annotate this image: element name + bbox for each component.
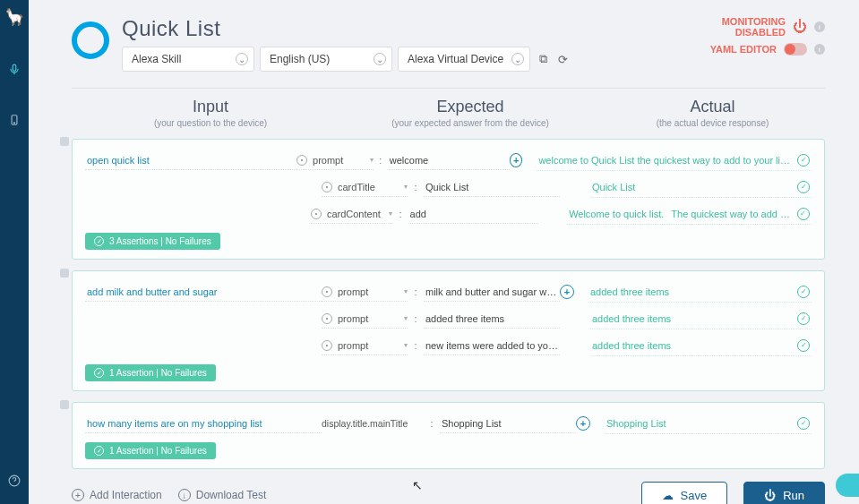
interaction-block: add milk and butter and sugar•prompt▾:mi…	[72, 270, 825, 391]
check-icon: ✓	[797, 312, 810, 325]
check-icon: ✓	[797, 339, 810, 352]
save-button[interactable]: ☁Save	[641, 482, 728, 504]
plus-icon: +	[72, 489, 84, 501]
assertion-row: •cardTitle▾:Quick ListQuick List✓	[85, 174, 812, 201]
col-input-title: Input	[81, 98, 340, 116]
check-icon: ✓	[797, 208, 810, 220]
add-assertion-icon[interactable]: +	[576, 416, 590, 431]
platform-select[interactable]: Alexa Skill⌄	[122, 47, 254, 72]
radio-icon: •	[322, 182, 332, 192]
power-icon[interactable]: ⏻	[793, 19, 807, 35]
expected-cell[interactable]: add	[408, 205, 538, 224]
copy-icon[interactable]: ⧉	[536, 52, 550, 66]
assertion-row: •prompt▾:new items were added to your li…	[85, 332, 812, 359]
colon-separator: :	[408, 182, 424, 192]
sidebar: 🦙	[0, 0, 29, 504]
actual-cell: welcome to Quick List the quickest way t…	[537, 150, 812, 171]
colon-separator: :	[374, 155, 388, 166]
run-button[interactable]: ⏻Run	[743, 482, 825, 504]
interaction-block: how many items are on my shopping listdi…	[72, 402, 825, 469]
attribute-select[interactable]: •prompt▾	[296, 151, 374, 170]
yaml-editor-label: YAML EDITOR	[710, 44, 777, 55]
radio-icon: •	[296, 155, 307, 166]
attribute-select[interactable]: •cardContent▾	[311, 205, 393, 224]
check-icon: ✓	[94, 236, 104, 246]
actual-cell: added three items✓	[588, 282, 812, 303]
col-actual-title: Actual	[600, 98, 825, 116]
svg-rect-0	[13, 64, 16, 71]
input-cell[interactable]: how many items are on my shopping list	[85, 414, 322, 433]
cloud-icon: ☁	[662, 489, 674, 502]
add-interaction-button[interactable]: +Add Interaction	[72, 489, 162, 501]
input-cell[interactable]	[85, 184, 322, 191]
input-cell[interactable]: add milk and butter and sugar	[85, 283, 322, 302]
locale-select[interactable]: English (US)⌄	[260, 47, 392, 72]
page-title: Quick List	[122, 16, 710, 41]
check-icon: ✓	[797, 181, 810, 193]
assertion-row: open quick list•prompt▾:welcome+welcome …	[85, 147, 812, 174]
power-icon: ⏻	[764, 489, 776, 502]
interaction-block: open quick list•prompt▾:welcome+welcome …	[72, 139, 825, 260]
device-icon[interactable]	[7, 113, 21, 127]
add-assertion-icon[interactable]: +	[510, 153, 523, 167]
assertion-badge: ✓1 Assertion | No Failures	[85, 364, 216, 381]
device-select[interactable]: Alexa Virtual Device⌄	[398, 47, 530, 72]
chat-widget-icon[interactable]	[836, 474, 859, 497]
check-icon: ✓	[797, 286, 810, 298]
columns-header: Input(your question to the device) Expec…	[72, 98, 825, 128]
svg-point-2	[13, 123, 14, 124]
info-icon[interactable]: i	[814, 44, 825, 55]
colon-separator: :	[408, 340, 424, 351]
colon-separator: :	[424, 418, 440, 429]
assertion-row: •cardContent▾:addWelcome to quick list.T…	[85, 201, 812, 227]
expected-cell[interactable]: new items were added to your list	[424, 337, 560, 355]
colon-separator: :	[408, 313, 424, 324]
alexa-ring-icon	[72, 21, 109, 59]
actual-cell: added three items✓	[590, 336, 812, 356]
chevron-down-icon: ⌄	[236, 53, 248, 65]
radio-icon: •	[311, 209, 322, 219]
actual-cell: Quick List✓	[590, 177, 812, 198]
actual-cell: Welcome to quick list.The quickest way t…	[567, 204, 812, 225]
download-icon: ↓	[178, 489, 191, 501]
radio-icon: •	[322, 340, 332, 351]
help-icon[interactable]	[7, 474, 21, 488]
expected-cell[interactable]: Quick List	[424, 178, 560, 197]
colon-separator: :	[408, 286, 424, 297]
expected-cell[interactable]: welcome	[388, 151, 510, 170]
actual-cell: Shopping List✓	[605, 414, 812, 434]
main-content: Quick List Alexa Skill⌄ English (US)⌄ Al…	[29, 0, 859, 504]
attribute-select[interactable]: •prompt▾	[322, 283, 408, 302]
check-icon: ✓	[797, 154, 810, 167]
attribute-select[interactable]: •cardTitle▾	[322, 178, 408, 197]
input-cell[interactable]: open quick list	[85, 151, 296, 170]
attribute-cell[interactable]: display.title.mainTitle	[322, 414, 424, 432]
expected-cell[interactable]: added three items	[424, 310, 560, 329]
check-icon: ✓	[94, 368, 104, 378]
colon-separator: :	[392, 209, 408, 219]
actual-cell: added three items✓	[590, 309, 812, 329]
expected-cell[interactable]: milk and butter and sugar were add…	[424, 283, 560, 302]
col-expected-title: Expected	[340, 98, 600, 116]
divider	[72, 88, 825, 89]
assertion-row: add milk and butter and sugar•prompt▾:mi…	[85, 278, 812, 305]
yaml-toggle[interactable]	[784, 43, 807, 56]
chevron-down-icon: ⌄	[374, 53, 386, 65]
assertion-row: •prompt▾:added three itemsadded three it…	[85, 305, 812, 332]
assertion-badge: ✓1 Assertion | No Failures	[85, 442, 216, 459]
assertion-row: how many items are on my shopping listdi…	[85, 410, 812, 437]
logo-icon: 🦙	[4, 7, 24, 27]
mic-icon[interactable]	[7, 63, 21, 77]
input-cell[interactable]	[85, 342, 322, 349]
input-cell[interactable]	[85, 210, 311, 218]
attribute-select[interactable]: •prompt▾	[322, 337, 408, 355]
check-icon: ✓	[797, 417, 810, 430]
expected-cell[interactable]: Shopping List	[440, 414, 576, 433]
add-assertion-icon[interactable]: +	[560, 285, 574, 299]
download-test-button[interactable]: ↓Download Test	[178, 489, 267, 501]
refresh-icon[interactable]: ⟳	[555, 52, 570, 66]
input-cell[interactable]	[85, 315, 322, 322]
attribute-select[interactable]: •prompt▾	[322, 310, 408, 329]
info-icon[interactable]: i	[814, 21, 825, 32]
radio-icon: •	[322, 313, 332, 324]
